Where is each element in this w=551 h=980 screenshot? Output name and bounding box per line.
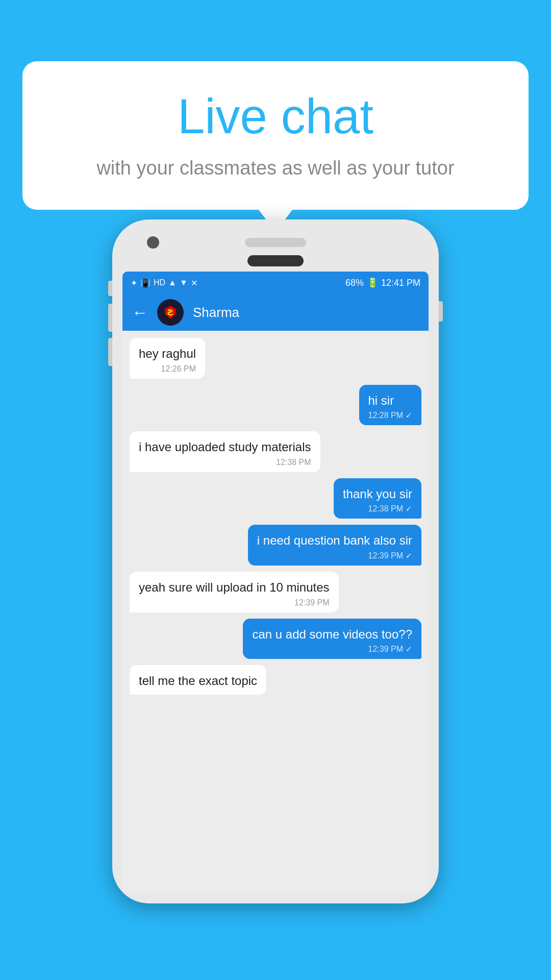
message-time: 12:39 PM	[368, 645, 403, 654]
volume-up-button	[108, 281, 112, 296]
message-time: 12:28 PM	[368, 411, 403, 420]
message-time: 12:39 PM	[294, 598, 329, 607]
message-meta: 12:39 PM ✓	[252, 645, 412, 654]
phone-screen: ✦ 📳 HD ▲ ▼ ✕ 68% 🔋 12:41 PM ←	[122, 272, 429, 892]
status-bar: ✦ 📳 HD ▲ ▼ ✕ 68% 🔋 12:41 PM	[122, 272, 429, 294]
app-bar: ← Sharma	[122, 294, 429, 331]
message-row: hey raghul 12:26 PM	[130, 338, 421, 379]
message-meta: 12:26 PM	[139, 364, 196, 374]
message-time: 12:39 PM	[368, 551, 403, 560]
message-bubble: hi sir 12:28 PM ✓	[359, 385, 421, 426]
hd-icon: HD	[154, 278, 165, 287]
superman-avatar-icon	[160, 302, 181, 323]
message-meta: 12:39 PM	[139, 598, 330, 607]
bluetooth-icon: ✦	[131, 278, 137, 288]
check-icon: ✓	[406, 551, 412, 560]
message-bubble: thank you sir 12:38 PM ✓	[334, 478, 421, 519]
speech-bubble-container: Live chat with your classmates as well a…	[22, 61, 529, 210]
speech-bubble: Live chat with your classmates as well a…	[22, 61, 529, 210]
avatar	[157, 299, 184, 326]
volume-down-button	[108, 304, 112, 332]
message-text: can u add some videos too??	[252, 626, 412, 643]
message-meta: 12:38 PM	[139, 458, 311, 467]
message-text: hey raghul	[139, 345, 196, 362]
message-text: yeah sure will upload in 10 minutes	[139, 579, 330, 596]
phone-speaker	[245, 238, 306, 247]
phone-top-bar	[122, 231, 429, 255]
wifi-icon: ▲	[168, 278, 177, 287]
message-bubble: yeah sure will upload in 10 minutes 12:3…	[130, 572, 339, 612]
battery-percent: 68%	[345, 278, 364, 288]
vibrate-icon: 📳	[140, 278, 151, 288]
earpiece	[247, 255, 304, 266]
signal2-icon: ✕	[191, 278, 197, 288]
message-row: i have uploaded study materials 12:38 PM	[130, 431, 421, 472]
message-text: i need question bank also sir	[257, 532, 412, 549]
status-icons-left: ✦ 📳 HD ▲ ▼ ✕	[131, 278, 197, 288]
contact-name-label: Sharma	[193, 305, 419, 321]
live-chat-subtitle: with your classmates as well as your tut…	[58, 155, 493, 182]
chat-area: hey raghul 12:26 PM hi sir 12:28 PM ✓	[122, 331, 429, 892]
message-time: 12:26 PM	[161, 364, 196, 374]
message-bubble: i have uploaded study materials 12:38 PM	[130, 431, 320, 472]
message-meta: 12:28 PM ✓	[368, 411, 412, 420]
message-row: can u add some videos too?? 12:39 PM ✓	[130, 619, 421, 659]
phone-mockup: ✦ 📳 HD ▲ ▼ ✕ 68% 🔋 12:41 PM ←	[112, 219, 439, 903]
check-icon: ✓	[406, 504, 412, 513]
check-icon: ✓	[406, 645, 412, 654]
status-right: 68% 🔋 12:41 PM	[345, 277, 420, 288]
message-text: thank you sir	[343, 485, 412, 503]
phone-outer: ✦ 📳 HD ▲ ▼ ✕ 68% 🔋 12:41 PM ←	[112, 219, 439, 903]
camera-button	[108, 338, 112, 366]
message-bubble: i need question bank also sir 12:39 PM ✓	[248, 525, 421, 566]
clock: 12:41 PM	[381, 278, 420, 288]
message-time: 12:38 PM	[368, 504, 403, 513]
battery-icon: 🔋	[367, 277, 378, 288]
message-time: 12:38 PM	[276, 458, 311, 467]
back-button[interactable]: ←	[132, 303, 148, 322]
check-icon: ✓	[406, 411, 412, 420]
message-meta: 12:39 PM ✓	[257, 551, 412, 560]
front-camera	[147, 236, 159, 249]
signal-icon: ▼	[180, 278, 188, 287]
message-row: hi sir 12:28 PM ✓	[130, 385, 421, 426]
message-text: i have uploaded study materials	[139, 438, 311, 456]
message-meta: 12:38 PM ✓	[343, 504, 412, 513]
message-row: i need question bank also sir 12:39 PM ✓	[130, 525, 421, 566]
message-bubble-partial: tell me the exact topic	[130, 665, 266, 695]
power-button	[439, 301, 443, 322]
message-row: thank you sir 12:38 PM ✓	[130, 478, 421, 519]
message-row: tell me the exact topic	[130, 665, 421, 695]
message-row: yeah sure will upload in 10 minutes 12:3…	[130, 572, 421, 612]
live-chat-title: Live chat	[58, 89, 493, 143]
message-text: hi sir	[368, 392, 412, 409]
message-text: tell me the exact topic	[139, 672, 257, 690]
message-bubble: hey raghul 12:26 PM	[130, 338, 205, 379]
message-bubble: can u add some videos too?? 12:39 PM ✓	[243, 619, 421, 659]
